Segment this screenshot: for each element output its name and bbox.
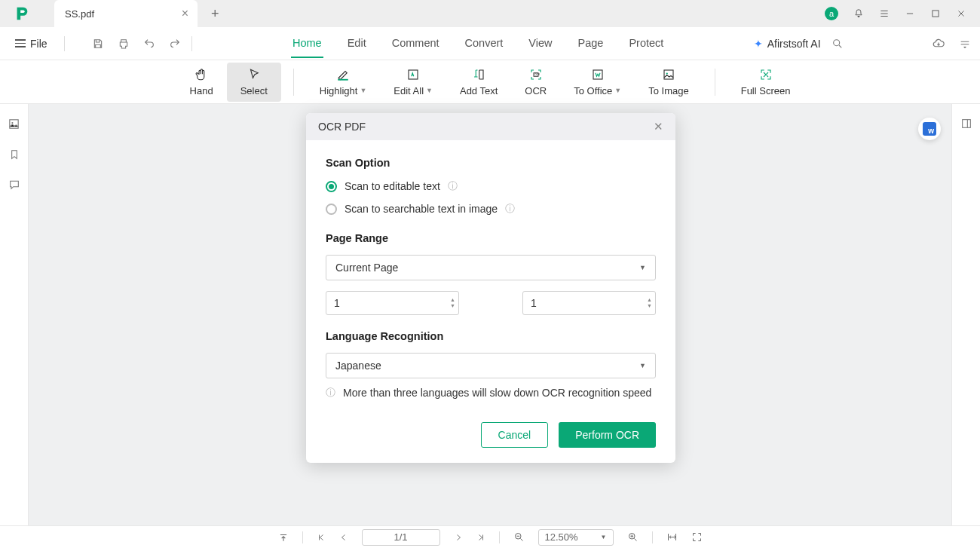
svg-text:OCR: OCR xyxy=(534,73,541,76)
toolbar: HandSelectHighlight▼Edit All▼Add TextOCR… xyxy=(0,60,980,104)
collapse-icon[interactable] xyxy=(959,38,971,50)
zoom-in-icon[interactable] xyxy=(627,531,639,543)
first-page-icon[interactable] xyxy=(317,533,326,542)
chevron-down-icon: ▼ xyxy=(639,362,646,369)
comment-icon[interactable] xyxy=(8,179,20,191)
quick-actions xyxy=(92,38,181,50)
document-tab[interactable]: SS.pdf × xyxy=(54,0,198,27)
info-icon[interactable]: ⓘ xyxy=(448,179,458,193)
option-editable-row[interactable]: Scan to editable text ⓘ xyxy=(326,179,656,193)
tool-label: To Image xyxy=(648,85,688,96)
undo-icon[interactable] xyxy=(143,38,155,50)
svg-point-7 xyxy=(666,72,668,74)
dialog-close-icon[interactable]: ✕ xyxy=(654,120,663,133)
next-page-icon[interactable] xyxy=(454,533,463,542)
right-rail xyxy=(951,104,980,525)
zoom-input[interactable]: 12.50% ▼ xyxy=(538,529,614,546)
tool-to-image[interactable]: To Image xyxy=(635,63,702,102)
addtext-icon xyxy=(472,68,485,81)
tab-page[interactable]: Page xyxy=(577,29,605,58)
tool-to-office[interactable]: To Office▼ xyxy=(560,63,635,102)
prev-page-icon[interactable] xyxy=(339,533,348,542)
bell-icon[interactable] xyxy=(853,8,864,19)
tooffice-icon xyxy=(591,68,605,81)
hamburger-icon xyxy=(15,39,26,47)
tab-comment[interactable]: Comment xyxy=(390,29,441,58)
tool-edit-all[interactable]: Edit All▼ xyxy=(380,63,446,102)
tab-edit[interactable]: Edit xyxy=(346,29,368,58)
last-page-icon[interactable] xyxy=(476,533,485,542)
ai-button[interactable]: ✦ Afirstsoft AI xyxy=(754,38,821,50)
editall-icon xyxy=(406,68,420,81)
tool-label: Edit All▼ xyxy=(394,85,433,96)
toimage-icon xyxy=(662,68,675,81)
panel-icon[interactable] xyxy=(960,118,972,130)
tool-ocr[interactable]: OCROCR xyxy=(511,63,560,102)
chevron-down-icon: ▼ xyxy=(426,87,433,94)
page-input[interactable]: 1/1 xyxy=(362,529,440,546)
tool-highlight[interactable]: Highlight▼ xyxy=(306,63,381,102)
close-window-icon[interactable] xyxy=(956,8,966,19)
tool-label: Add Text xyxy=(460,85,498,96)
fit-page-icon[interactable] xyxy=(691,531,703,543)
radio-unchecked-icon xyxy=(326,204,337,215)
tab-title: SS.pdf xyxy=(65,8,94,20)
option-searchable-row[interactable]: Scan to searchable text in image ⓘ xyxy=(326,202,656,216)
tool-hand[interactable]: Hand xyxy=(176,63,227,102)
spinner-buttons[interactable]: ▲▼ xyxy=(647,292,652,314)
zoom-out-icon[interactable] xyxy=(513,531,525,543)
maximize-icon[interactable] xyxy=(930,8,941,19)
tool-full-screen[interactable]: Full Screen xyxy=(727,63,804,102)
page-from-input[interactable]: 1 ▲▼ xyxy=(326,291,459,315)
spinner-buttons[interactable]: ▲▼ xyxy=(450,292,455,314)
minimize-icon[interactable] xyxy=(905,8,915,19)
divider xyxy=(715,69,715,96)
app-logo xyxy=(9,1,35,26)
cancel-button[interactable]: Cancel xyxy=(481,422,549,448)
chevron-down-icon: ▼ xyxy=(639,264,646,271)
perform-ocr-button[interactable]: Perform OCR xyxy=(559,422,656,448)
chevron-down-icon: ▼ xyxy=(614,87,621,94)
tool-select[interactable]: Select xyxy=(227,63,281,102)
word-badge[interactable] xyxy=(918,118,941,140)
chevron-down-icon: ▼ xyxy=(601,534,607,540)
page-to-input[interactable]: 1 ▲▼ xyxy=(522,291,656,315)
page-range-select[interactable]: Current Page ▼ xyxy=(326,255,656,280)
svg-rect-6 xyxy=(664,70,673,79)
new-tab-button[interactable]: + xyxy=(211,6,219,22)
tab-protect[interactable]: Protect xyxy=(627,29,665,58)
svg-rect-8 xyxy=(10,120,18,128)
cursor-icon xyxy=(247,68,261,81)
tool-add-text[interactable]: Add Text xyxy=(446,63,511,102)
save-icon[interactable] xyxy=(92,38,104,50)
close-tab-icon[interactable]: × xyxy=(182,7,188,20)
info-icon[interactable]: ⓘ xyxy=(505,202,515,216)
tool-label: To Office▼ xyxy=(574,85,621,96)
cloud-icon[interactable] xyxy=(932,37,945,51)
menu-bar: File HomeEditCommentConvertViewPageProte… xyxy=(0,27,980,60)
tool-label: Full Screen xyxy=(741,85,791,96)
tool-label: Select xyxy=(240,85,268,96)
svg-point-1 xyxy=(833,39,839,45)
file-menu[interactable]: File xyxy=(9,38,54,50)
tool-label: Hand xyxy=(190,85,213,96)
fit-width-icon[interactable] xyxy=(666,531,678,543)
info-icon: ⓘ xyxy=(326,386,335,400)
bookmark-icon[interactable] xyxy=(8,148,20,161)
user-avatar[interactable]: a xyxy=(825,7,838,20)
language-heading: Language Recognition xyxy=(326,330,656,342)
menu-icon[interactable] xyxy=(879,8,890,19)
redo-icon[interactable] xyxy=(169,38,181,50)
sparkle-icon: ✦ xyxy=(754,38,763,50)
thumbnails-icon[interactable] xyxy=(8,118,20,130)
tab-convert[interactable]: Convert xyxy=(464,29,505,58)
tab-home[interactable]: Home xyxy=(291,29,323,58)
svg-rect-10 xyxy=(962,120,970,128)
language-select[interactable]: Japanese ▼ xyxy=(326,353,656,378)
divider xyxy=(64,36,65,51)
main-tabs: HomeEditCommentConvertViewPageProtect xyxy=(291,29,665,58)
search-icon[interactable] xyxy=(831,38,844,50)
print-icon[interactable] xyxy=(118,38,130,50)
tab-view[interactable]: View xyxy=(527,29,553,58)
scroll-top-icon[interactable] xyxy=(278,532,289,543)
